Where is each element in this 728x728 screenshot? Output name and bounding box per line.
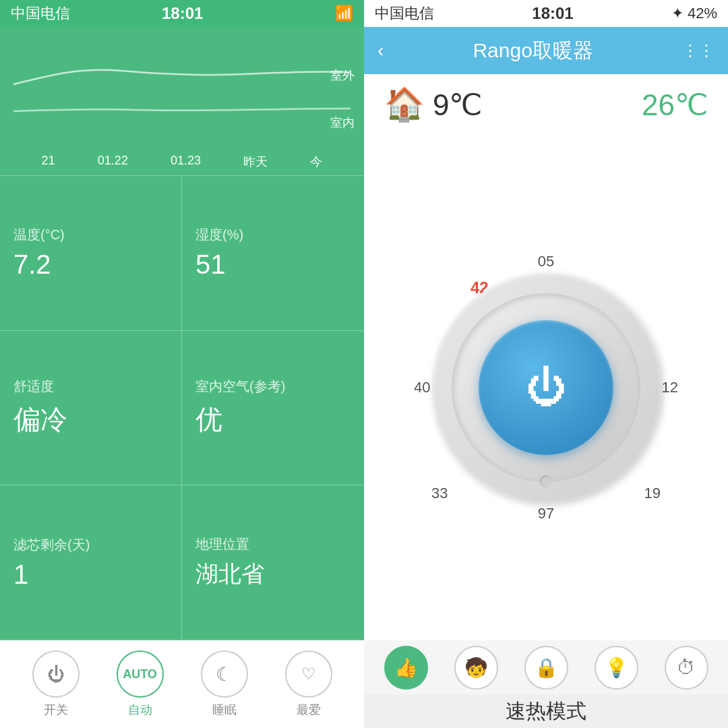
stat-label-humidity: 湿度(%) bbox=[195, 226, 351, 244]
wifi-icon-left: 📶 bbox=[335, 5, 353, 22]
nav-item-power[interactable]: ⏻ 开关 bbox=[32, 650, 80, 718]
dial-label-right: 12 bbox=[662, 379, 678, 396]
power-symbol-icon: ⏻ bbox=[526, 367, 566, 408]
mode-label: 速热模式 bbox=[506, 698, 586, 725]
dial-label-top: 05 bbox=[538, 253, 554, 270]
chart-label-outdoor: 室外 bbox=[330, 67, 355, 84]
back-button[interactable]: ‹ bbox=[377, 40, 384, 61]
nav-label-auto: 自动 bbox=[128, 702, 152, 718]
stat-cell-air: 室内空气(参考) 优 bbox=[182, 331, 364, 486]
date-1: 21 bbox=[42, 154, 55, 170]
dial-area: 05 12 97 40 33 19 42 ⏻ bbox=[364, 135, 728, 640]
nav-item-sleep[interactable]: ☾ 睡眠 bbox=[201, 650, 248, 718]
stat-value-location: 湖北省 bbox=[195, 559, 351, 590]
dial-label-bottom-right: 19 bbox=[644, 485, 661, 502]
date-5: 今 bbox=[310, 154, 322, 170]
date-3: 01.23 bbox=[171, 154, 201, 170]
time-left: 18:01 bbox=[162, 4, 203, 23]
nav-label-power: 开关 bbox=[44, 702, 68, 718]
power-icon-circle[interactable]: ⏻ bbox=[32, 650, 80, 698]
power-icon: ⏻ bbox=[47, 664, 65, 685]
stat-cell-location: 地理位置 湖北省 bbox=[182, 485, 364, 640]
battery-right: 42% bbox=[688, 5, 717, 22]
mode-lock[interactable]: 🔒 bbox=[524, 646, 568, 690]
auto-icon-circle[interactable]: AUTO bbox=[117, 650, 164, 698]
child-icon: 🧒 bbox=[464, 657, 488, 679]
light-icon: 💡 bbox=[605, 657, 628, 679]
bottom-nav-left: ⏻ 开关 AUTO 自动 ☾ 睡眠 ♡ 最爱 bbox=[0, 640, 364, 728]
favorite-icon: ♡ bbox=[301, 665, 316, 684]
favorite-icon-circle[interactable]: ♡ bbox=[285, 650, 332, 698]
house-icon: 🏠 bbox=[384, 86, 425, 123]
stat-label-comfort: 舒适度 bbox=[13, 377, 168, 396]
power-button[interactable]: ⏻ bbox=[479, 320, 613, 455]
stat-cell-filter: 滤芯剩余(天) 1 bbox=[0, 485, 182, 640]
bottom-nav-right: 👍 🧒 🔒 💡 ⏱ 速热模式 bbox=[364, 640, 728, 728]
stat-value-humidity: 51 bbox=[195, 249, 351, 280]
time-right: 18:01 bbox=[532, 4, 573, 23]
stat-cell-comfort: 舒适度 偏冷 bbox=[0, 331, 182, 486]
chart-area: 室外 室内 21 01.22 01.23 昨天 今 bbox=[0, 27, 364, 175]
temp-left: 🏠 9℃ bbox=[384, 86, 482, 123]
timer-icon: ⏱ bbox=[677, 657, 696, 679]
carrier-left: 中国电信 bbox=[11, 3, 70, 24]
left-panel: 室外 室内 21 01.22 01.23 昨天 今 温度(°C) 7.2 bbox=[0, 27, 364, 728]
stat-label-filter: 滤芯剩余(天) bbox=[13, 536, 168, 554]
dial-container: 05 12 97 40 33 19 42 ⏻ bbox=[411, 253, 681, 522]
mode-timer[interactable]: ⏱ bbox=[665, 646, 708, 690]
stat-label-air: 室内空气(参考) bbox=[195, 377, 351, 396]
stats-grid: 温度(°C) 7.2 湿度(%) 51 舒适度 偏冷 室内空气(参考) 优 滤芯… bbox=[0, 176, 364, 640]
date-2: 01.22 bbox=[98, 154, 128, 170]
stat-label-location: 地理位置 bbox=[195, 535, 351, 553]
stat-value-comfort: 偏冷 bbox=[13, 401, 168, 438]
right-panel: ‹ Rango取暖器 ⋮⋮ 🏠 9℃ 26℃ 05 12 97 40 33 19 bbox=[364, 27, 728, 728]
sleep-icon-circle[interactable]: ☾ bbox=[201, 650, 248, 698]
stat-value-temp: 7.2 bbox=[13, 249, 168, 280]
dial-position-dot bbox=[540, 475, 552, 487]
stat-value-air: 优 bbox=[195, 401, 351, 438]
dial-label-bottom-left: 33 bbox=[431, 485, 448, 502]
auto-icon: AUTO bbox=[123, 667, 157, 681]
stat-cell-temp: 温度(°C) 7.2 bbox=[0, 176, 182, 331]
quick-heat-icon: 👍 bbox=[394, 657, 418, 679]
status-icons-right: ✦ 42% bbox=[671, 5, 717, 22]
date-labels: 21 01.22 01.23 昨天 今 bbox=[13, 151, 351, 173]
status-icons-left: 📶 bbox=[335, 5, 353, 22]
stat-label-temp: 温度(°C) bbox=[13, 226, 168, 244]
temp-display: 🏠 9℃ 26℃ bbox=[364, 74, 728, 135]
status-bar-left: 中国电信 18:01 📶 bbox=[0, 0, 364, 27]
nav-label-sleep: 睡眠 bbox=[212, 702, 237, 718]
outdoor-temp: 9℃ bbox=[433, 88, 482, 122]
bt-icon: ✦ bbox=[671, 5, 684, 22]
dial-label-left: 40 bbox=[414, 379, 430, 396]
indoor-temp: 26℃ bbox=[642, 88, 708, 122]
nav-item-favorite[interactable]: ♡ 最爱 bbox=[285, 650, 332, 718]
carrier-right: 中国电信 bbox=[375, 3, 434, 24]
right-header: ‹ Rango取暖器 ⋮⋮ bbox=[364, 27, 728, 74]
date-4: 昨天 bbox=[243, 154, 268, 170]
lock-icon: 🔒 bbox=[535, 657, 558, 679]
mode-icons-row: 👍 🧒 🔒 💡 ⏱ bbox=[364, 640, 728, 694]
mode-light[interactable]: 💡 bbox=[595, 646, 638, 690]
mode-child[interactable]: 🧒 bbox=[454, 646, 498, 690]
nav-label-favorite: 最爱 bbox=[297, 702, 321, 718]
dial-label-bottom: 97 bbox=[538, 505, 554, 522]
header-title: Rango取暖器 bbox=[384, 37, 682, 65]
sleep-icon: ☾ bbox=[216, 663, 233, 686]
status-bar-right: 中国电信 18:01 ✦ 42% bbox=[364, 0, 728, 27]
mode-label-bar: 速热模式 bbox=[364, 694, 728, 728]
stat-cell-humidity: 湿度(%) 51 bbox=[182, 176, 364, 331]
chart-svg bbox=[13, 34, 351, 148]
nav-item-auto[interactable]: AUTO 自动 bbox=[117, 650, 164, 718]
stat-value-filter: 1 bbox=[13, 559, 168, 590]
menu-button[interactable]: ⋮⋮ bbox=[682, 41, 715, 60]
mode-quick-heat[interactable]: 👍 bbox=[384, 646, 428, 690]
chart-label-indoor: 室内 bbox=[330, 115, 355, 131]
